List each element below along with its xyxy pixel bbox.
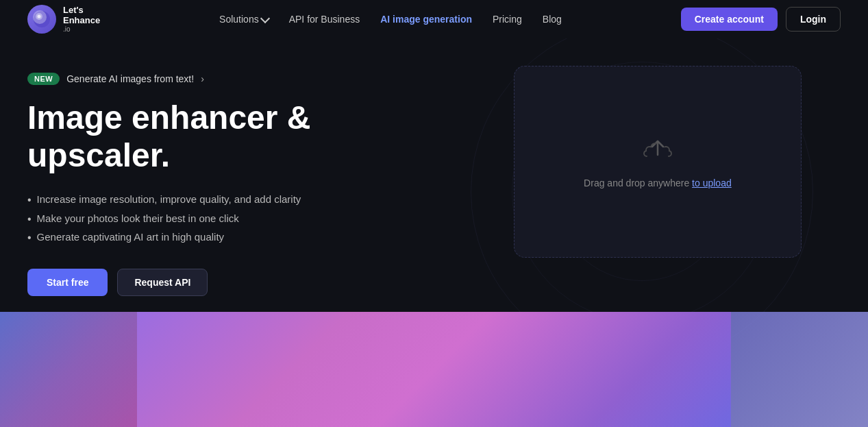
gradient-right <box>731 312 868 427</box>
logo[interactable]: Let's Enhance .io <box>27 5 100 34</box>
logo-text: Let's Enhance .io <box>63 5 100 33</box>
nav-item-api[interactable]: API for Business <box>289 13 360 25</box>
upload-link[interactable]: to upload <box>692 178 732 188</box>
hero-section: NEW Generate AI images from text! › Imag… <box>0 38 868 313</box>
navbar: Let's Enhance .io Solutions API for Busi… <box>0 0 868 38</box>
bullet-2: Make your photos look their best in one … <box>27 210 434 228</box>
new-badge: NEW <box>27 73 60 85</box>
nav-links: Solutions API for Business AI image gene… <box>219 13 562 25</box>
upload-icon <box>641 136 674 169</box>
badge-text: Generate AI images from text! <box>66 73 194 84</box>
svg-point-0 <box>34 11 50 27</box>
hero-right: Drag and drop anywhere to upload <box>475 66 841 258</box>
start-free-button[interactable]: Start free <box>27 269 108 296</box>
gradient-center <box>137 312 731 427</box>
nav-cta: Create account Login <box>681 7 841 32</box>
chevron-down-icon <box>260 13 270 23</box>
create-account-button[interactable]: Create account <box>681 8 778 31</box>
logo-icon <box>27 5 56 34</box>
hero-left: NEW Generate AI images from text! › Imag… <box>27 66 434 296</box>
bullet-3: Generate captivating AI art in high qual… <box>27 228 434 247</box>
badge-row: NEW Generate AI images from text! › <box>27 73 434 85</box>
hero-buttons: Start free Request API <box>27 269 434 296</box>
hero-title: Image enhancer & upscaler. <box>27 99 434 174</box>
upload-dropzone[interactable]: Drag and drop anywhere to upload <box>514 66 802 258</box>
bottom-gradient-section <box>0 312 868 427</box>
nav-item-blog[interactable]: Blog <box>543 13 562 25</box>
login-button[interactable]: Login <box>786 7 841 32</box>
upload-text: Drag and drop anywhere to upload <box>584 178 732 188</box>
arrow-icon: › <box>201 73 204 84</box>
nav-item-pricing[interactable]: Pricing <box>493 13 522 25</box>
hero-bullets: Increase image resolution, improve quali… <box>27 191 434 247</box>
svg-point-2 <box>38 15 41 19</box>
gradient-left <box>0 312 137 427</box>
bullet-1: Increase image resolution, improve quali… <box>27 191 434 209</box>
svg-point-1 <box>36 13 42 20</box>
request-api-button[interactable]: Request API <box>117 269 208 296</box>
nav-item-solutions[interactable]: Solutions <box>219 14 269 25</box>
nav-item-ai-image[interactable]: AI image generation <box>380 13 472 25</box>
